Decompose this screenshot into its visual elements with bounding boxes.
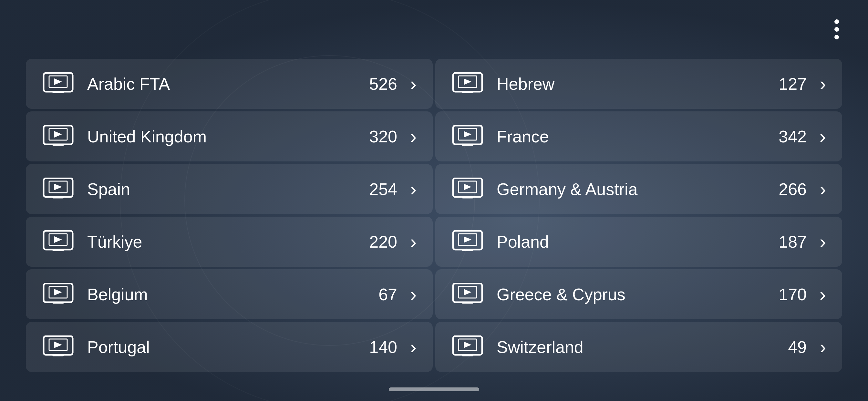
chevron-right-icon: › (819, 285, 826, 304)
svg-marker-14 (464, 131, 471, 137)
channel-count: 170 (779, 285, 807, 304)
tv-icon (42, 283, 74, 306)
channels-grid: Arabic FTA 526 › Hebrew 127 › United Kin… (26, 59, 842, 372)
svg-marker-2 (54, 79, 62, 85)
tv-icon (42, 72, 74, 96)
svg-marker-46 (464, 342, 471, 348)
svg-marker-26 (54, 236, 62, 243)
more-menu-button[interactable] (831, 16, 842, 42)
chevron-right-icon: › (819, 337, 826, 357)
tv-icon (452, 335, 484, 359)
channel-count: 254 (369, 180, 397, 199)
channel-count: 67 (378, 285, 397, 304)
chevron-right-icon: › (819, 232, 826, 251)
tv-icon (452, 125, 484, 148)
channel-count: 220 (369, 232, 397, 251)
tv-icon (452, 283, 484, 306)
tv-icon (452, 178, 484, 201)
tv-icon (42, 335, 74, 359)
channel-item[interactable]: Poland 187 › (435, 217, 842, 267)
channel-name: Germany & Austria (497, 180, 779, 199)
tv-icon (42, 230, 74, 253)
svg-marker-6 (464, 79, 471, 85)
channel-name: Türkiye (87, 232, 369, 251)
channel-item[interactable]: Hebrew 127 › (435, 59, 842, 109)
chevron-right-icon: › (410, 232, 416, 251)
tv-icon (42, 125, 74, 148)
svg-marker-34 (54, 289, 62, 296)
channel-name: France (497, 127, 779, 146)
channel-item[interactable]: Germany & Austria 266 › (435, 164, 842, 214)
channel-item[interactable]: Greece & Cyprus 170 › (435, 269, 842, 319)
dot-1 (834, 19, 839, 24)
channel-count: 187 (779, 232, 807, 251)
app-container: Arabic FTA 526 › Hebrew 127 › United Kin… (0, 0, 868, 401)
svg-marker-10 (54, 131, 62, 137)
channel-name: United Kingdom (87, 127, 369, 146)
dot-3 (834, 35, 839, 39)
channel-item[interactable]: Portugal 140 › (26, 322, 433, 372)
chevron-right-icon: › (410, 285, 416, 304)
chevron-right-icon: › (819, 74, 826, 94)
channel-item[interactable]: France 342 › (435, 112, 842, 161)
chevron-right-icon: › (819, 180, 826, 199)
svg-marker-38 (464, 289, 471, 296)
channel-count: 49 (788, 337, 807, 357)
channel-item[interactable]: Türkiye 220 › (26, 217, 433, 267)
chevron-right-icon: › (410, 127, 416, 146)
svg-marker-22 (464, 184, 471, 190)
channel-item[interactable]: Belgium 67 › (26, 269, 433, 319)
channel-count: 342 (779, 127, 807, 146)
channel-name: Hebrew (497, 74, 779, 94)
tv-icon (42, 178, 74, 201)
chevron-right-icon: › (819, 127, 826, 146)
channel-name: Greece & Cyprus (497, 285, 779, 304)
channel-count: 320 (369, 127, 397, 146)
chevron-right-icon: › (410, 180, 416, 199)
channel-count: 526 (369, 74, 397, 94)
svg-marker-42 (54, 342, 62, 348)
channel-count: 140 (369, 337, 397, 357)
channel-item[interactable]: Spain 254 › (26, 164, 433, 214)
channel-name: Spain (87, 180, 369, 199)
channel-name: Arabic FTA (87, 74, 369, 94)
tv-icon (452, 230, 484, 253)
channel-count: 266 (779, 180, 807, 199)
channel-name: Switzerland (497, 337, 788, 357)
chevron-right-icon: › (410, 74, 416, 94)
svg-marker-30 (464, 236, 471, 243)
channel-item[interactable]: Switzerland 49 › (435, 322, 842, 372)
channel-name: Belgium (87, 285, 378, 304)
chevron-right-icon: › (410, 337, 416, 357)
channel-item[interactable]: United Kingdom 320 › (26, 112, 433, 161)
channel-count: 127 (779, 74, 807, 94)
header (0, 0, 868, 52)
svg-marker-18 (54, 184, 62, 190)
channel-item[interactable]: Arabic FTA 526 › (26, 59, 433, 109)
channel-name: Portugal (87, 337, 369, 357)
tv-icon (452, 72, 484, 96)
channel-name: Poland (497, 232, 779, 251)
dot-2 (834, 27, 839, 32)
